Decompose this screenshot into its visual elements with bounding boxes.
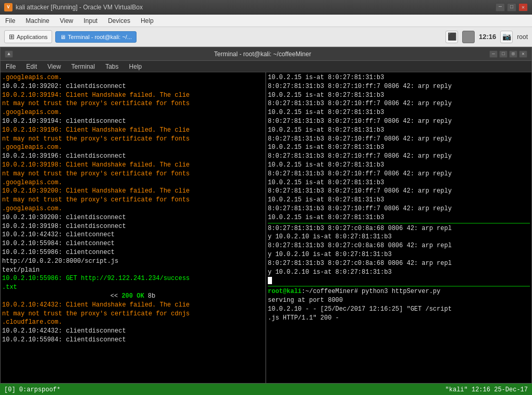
list-item: 10.0.2.10:39196: clientdisconnect	[2, 152, 264, 161]
vbox-maximize-button[interactable]: □	[507, 3, 516, 11]
list-item: serving at port 8000	[268, 296, 530, 305]
pane-separator2	[268, 286, 530, 287]
terminal-title: Terminal - root@kali: ~/coffeeMiner	[36, 50, 489, 58]
list-item: nt may not trust the proxy's certificate…	[2, 135, 264, 144]
vbox-menu-help[interactable]: Help	[135, 16, 159, 26]
list-item: 10.0.2.10:42432: clientdisconnect	[2, 327, 264, 336]
status-left: [0] 0:arpspoof*	[4, 386, 60, 393]
list-item: 10.0.2.10:39202: clientdisconnect	[2, 82, 264, 91]
list-item: .txt	[2, 283, 264, 292]
list-item: .js HTTP/1.1" 200 -	[268, 314, 530, 323]
vbox-close-button[interactable]: ✕	[518, 3, 528, 11]
list-item: 10.0.2.15 is-at 8:0:27:81:31:b3	[268, 91, 530, 100]
settings-icon[interactable]	[462, 31, 475, 43]
vbox-icon: V	[4, 3, 13, 11]
list-item: text/plain	[2, 266, 264, 275]
list-item: 8:0:27:81:31:b3 8:0:27:10:ff:7 0806 42: …	[268, 135, 530, 144]
prompt-dir: :~/coffeeMiner#	[302, 288, 358, 295]
list-item: .cloudflare.com.	[2, 318, 264, 327]
status-right: "kali" 12:16 25-Dec-17	[446, 386, 528, 393]
list-item: 8:0:27:81:31:b3 8:0:27:c0:8a:68 0806 42:…	[268, 241, 530, 250]
toolbar-right: ⬛ 12:16 📷 root	[446, 31, 528, 43]
vbox-menu-view[interactable]: View	[55, 16, 79, 26]
vbox-menubar: File Machine View Input Devices Help	[0, 15, 532, 27]
terminal-tab-button[interactable]: 🖥 Terminal - root@kali: ~/...	[55, 31, 137, 43]
terminal-content: .googleapis.com. 10.0.2.10:39202: client…	[1, 72, 531, 383]
vbox-menu-input[interactable]: Input	[79, 16, 103, 26]
list-item: 10.0.2.15 is-at 8:0:27:81:31:b3	[268, 126, 530, 135]
terminal-menubar: File Edit View Terminal Tabs Help	[1, 61, 531, 72]
list-item: 10.0.2.15 is-at 8:0:27:81:31:b3	[268, 213, 530, 222]
list-item: 10.0.2.10:39194: clientdisconnect	[2, 117, 264, 126]
term-menu-edit[interactable]: Edit	[21, 62, 42, 71]
list-item: .googleapis.com.	[2, 143, 264, 152]
terminal-window: ▲ Terminal - root@kali: ~/coffeeMiner ─ …	[0, 47, 532, 384]
list-item: .googleapis.com.	[2, 179, 264, 187]
terminal-titlebar: ▲ Terminal - root@kali: ~/coffeeMiner ─ …	[1, 47, 531, 61]
list-item: 10.0.2.10:55984: clientdisconnect	[2, 336, 264, 345]
list-item: http://10.0.2.20:8000/script.js	[2, 257, 264, 266]
list-item: 8:0:27:81:31:b3 8:0:27:10:ff:7 0806 42: …	[268, 205, 530, 213]
pane-separator	[268, 223, 530, 224]
applications-label: Applications	[17, 34, 47, 40]
term-up-button[interactable]: ▲	[5, 50, 13, 58]
terminal-restore-button[interactable]: ⊡	[509, 50, 517, 58]
term-menu-terminal[interactable]: Terminal	[66, 62, 100, 71]
terminal-close-button[interactable]: ✕	[519, 50, 527, 58]
list-item: 10.0.2.15 is-at 8:0:27:81:31:b3	[268, 73, 530, 82]
list-item: 8:0:27:81:31:b3 8:0:27:10:ff:7 0806 42: …	[268, 99, 530, 108]
list-item: 8:0:27:81:31:b3 8:0:27:c0:8a:68 0806 42:…	[268, 224, 530, 233]
list-item: 10.0.2.15 is-at 8:0:27:81:31:b3	[268, 196, 530, 205]
list-item: 10.0.2.10:39200: clientdisconnect	[2, 213, 264, 222]
list-item: 8:0:27:81:31:b3 8:0:27:10:ff:7 0806 42: …	[268, 117, 530, 126]
terminal-maximize-button[interactable]: □	[499, 50, 508, 58]
term-menu-tabs[interactable]: Tabs	[100, 62, 123, 71]
cursor	[268, 277, 272, 284]
term-menu-help[interactable]: Help	[124, 62, 147, 71]
list-item: 10.0.2.15 is-at 8:0:27:81:31:b3	[268, 143, 530, 152]
list-item: 10.0.2.10:39194: Client Handshake failed…	[2, 91, 264, 100]
term-menu-file[interactable]: File	[1, 62, 21, 71]
list-item: 10.0.2.10:39200: Client Handshake failed…	[2, 187, 264, 196]
list-item	[268, 276, 530, 285]
vbox-menu-devices[interactable]: Devices	[103, 16, 135, 26]
list-item: nt may not trust the proxy's certificate…	[2, 170, 264, 179]
vbox-toolbar: ⊞ Applications 🖥 Terminal - root@kali: ~…	[0, 27, 532, 47]
vbox-window-title: kali attacker [Running] - Oracle VM Virt…	[16, 4, 143, 11]
term-menu-view[interactable]: View	[42, 62, 66, 71]
prompt-cmd: python3 httpServer.py	[358, 288, 440, 295]
clock-display: 12:16	[479, 33, 496, 41]
user-label: root	[517, 33, 528, 41]
screen-icon[interactable]: ⬛	[446, 31, 458, 43]
vbox-titlebar: V kali attacker [Running] - Oracle VM Vi…	[0, 0, 532, 15]
vbox-menu-file[interactable]: File	[0, 16, 20, 26]
left-pane[interactable]: .googleapis.com. 10.0.2.10:39202: client…	[1, 72, 266, 383]
list-item: y 10.0.2.10 is-at 8:0:27:81:31:b3	[268, 250, 530, 259]
list-item: 10.0.2.10:39198: clientdisconnect	[2, 222, 264, 231]
list-item: root@kali:~/coffeeMiner# python3 httpSer…	[268, 287, 530, 296]
screenshot-icon[interactable]: 📷	[500, 31, 513, 43]
list-item: 8:0:27:81:31:b3 8:0:27:10:ff:7 0806 42: …	[268, 152, 530, 161]
vbox-minimize-button[interactable]: ─	[496, 3, 505, 11]
list-item: .googleapis.com.	[2, 73, 264, 82]
list-item: 10.0.2.10:55984: clientconnect	[2, 239, 264, 248]
applications-button[interactable]: ⊞ Applications	[4, 30, 52, 43]
terminal-minimize-button[interactable]: ─	[489, 50, 498, 58]
list-item: 10.0.2.10:39198: Client Handshake failed…	[2, 161, 264, 170]
list-item: y 10.0.2.10 is-at 8:0:27:81:31:b3	[268, 268, 530, 277]
list-item: y 10.0.2.10 is-at 8:0:27:81:31:b3	[268, 233, 530, 241]
list-item: nt may not trust the proxy's certificate…	[2, 310, 264, 318]
list-item: nt may not trust the proxy's certificate…	[2, 196, 264, 205]
list-item: 10.0.2.15 is-at 8:0:27:81:31:b3	[268, 108, 530, 117]
terminal-window-controls: ─ □ ⊡ ✕	[489, 50, 527, 58]
vbox-window-controls: ─ □ ✕	[496, 3, 528, 11]
list-item: 8:0:27:81:31:b3 8:0:27:c0:8a:68 0806 42:…	[268, 259, 530, 268]
right-pane[interactable]: 10.0.2.15 is-at 8:0:27:81:31:b3 8:0:27:8…	[266, 72, 531, 383]
list-item: 10.0.2.15 is-at 8:0:27:81:31:b3	[268, 179, 530, 187]
list-item: 10.0.2.15 is-at 8:0:27:81:31:b3	[268, 161, 530, 170]
list-item: 10.0.2.10:55986: clientconnect	[2, 248, 264, 257]
vbox-menu-machine[interactable]: Machine	[20, 16, 54, 26]
list-item: 10.0.2.10:42432: Client Handshake failed…	[2, 301, 264, 310]
vbox-title-left: V kali attacker [Running] - Oracle VM Vi…	[4, 3, 143, 11]
list-item: nt may not trust the proxy's certificate…	[2, 99, 264, 108]
